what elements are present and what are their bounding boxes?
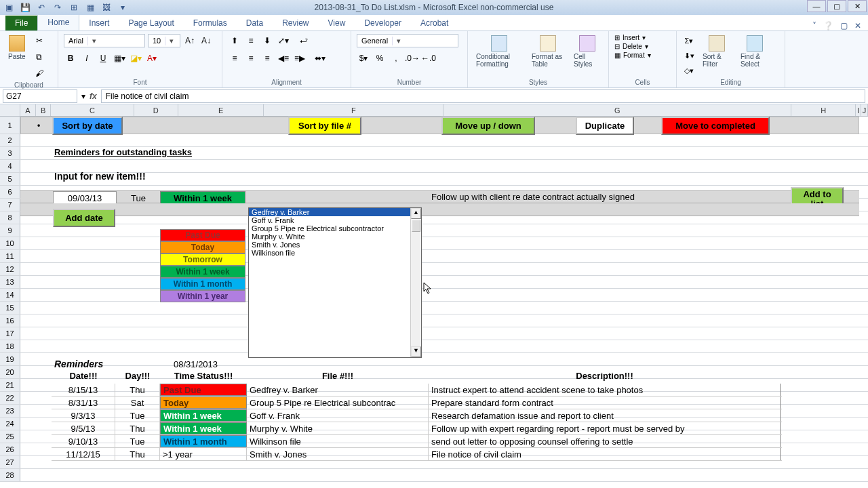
align-left-icon[interactable]: ≡ [228,52,241,65]
fill-icon[interactable]: ⬇▾ [682,49,696,62]
col-header-h[interactable]: H [791,104,856,116]
align-bottom-icon[interactable]: ⬇ [260,34,274,47]
table-row[interactable]: 11/12/15Thu>1 yearSmith v. JonesFile not… [52,448,782,461]
cell-styles-button[interactable]: Cell Styles [571,34,604,69]
format-painter-icon[interactable]: 🖌 [33,66,46,80]
autosum-icon[interactable]: Σ▾ [682,34,696,47]
row-header[interactable]: 6 [0,186,20,198]
qat-icon-1[interactable]: ⊞ [68,1,80,14]
name-box[interactable]: G27 [3,89,77,103]
row-header[interactable]: 23 [0,405,20,417]
cell-date[interactable]: 8/15/13 [52,384,115,396]
conditional-formatting-button[interactable]: Conditional Formatting [473,34,525,69]
cell-status[interactable]: >1 year [160,448,247,460]
cell-day[interactable]: Tue [115,435,160,447]
cell-desc[interactable]: Follow up with expert regarding report -… [429,422,781,434]
table-row[interactable]: 8/31/13SatTodayGroup 5 Pipe re Electrica… [52,396,782,409]
row-header[interactable]: 14 [0,289,20,301]
qat-icon-3[interactable]: 🖼 [100,1,113,14]
cell-date[interactable]: 9/5/13 [52,422,115,434]
col-header-d[interactable]: D [134,104,178,116]
save-icon[interactable]: 💾 [19,1,31,14]
col-header-j[interactable]: J [861,104,868,116]
row-header[interactable]: 9 [0,224,20,237]
tab-home[interactable]: Home [37,14,79,30]
scroll-thumb[interactable] [412,220,420,232]
row-header[interactable]: 20 [0,366,20,378]
move-up-down-button[interactable]: Move up / down [441,117,535,135]
close-button[interactable]: ✕ [848,0,867,12]
cell-date[interactable]: 8/31/13 [52,396,115,409]
ribbon-close-icon[interactable]: ✕ [854,21,861,30]
row-header[interactable]: 4 [0,160,20,172]
cell-file[interactable]: Wilkinson file [247,435,429,447]
row-header[interactable]: 24 [0,418,20,430]
row-header[interactable]: 10 [0,237,20,249]
dropdown-item[interactable]: Group 5 Pipe re Electrical subcontractor [249,224,410,232]
col-header-b[interactable]: B [36,104,51,116]
col-header-e[interactable]: E [178,104,264,116]
cell-desc[interactable]: Instruct expert to attend accident scene… [429,384,781,396]
cell-desc[interactable]: File notice of civil claim [429,448,781,460]
redo-icon[interactable]: ↷ [52,1,64,14]
cell-status[interactable]: Past Due [160,384,247,396]
cell-day[interactable]: Thu [115,448,160,460]
namebox-dropdown-icon[interactable]: ▾ [81,92,85,101]
row-header[interactable]: 27 [0,456,20,468]
cell-status[interactable]: Within 1 week [160,409,247,422]
number-format-combo[interactable]: General▾ [357,34,458,47]
file-dropdown[interactable]: Gedfrey v. BarkerGoff v. FrankGroup 5 Pi… [248,207,422,358]
row-header[interactable]: 15 [0,302,20,314]
dropdown-item[interactable]: Murphy v. White [249,232,410,241]
row-header[interactable]: 21 [0,379,20,391]
sort-by-date-button[interactable]: Sort by date [52,117,123,135]
cell-date[interactable]: 11/12/15 [52,448,115,460]
underline-button[interactable]: U [96,52,110,65]
qat-icon-2[interactable]: ▦ [84,1,96,14]
align-right-icon[interactable]: ≡ [260,52,274,65]
cell-file[interactable]: Group 5 Pipe re Electrical subcontrac [247,396,429,409]
row-header[interactable]: 1 [0,117,20,134]
currency-icon[interactable]: $▾ [357,52,370,65]
comma-icon[interactable]: , [389,52,403,65]
dropdown-item[interactable]: Gedfrey v. Barker [249,208,410,216]
row-header[interactable]: 3 [0,147,20,159]
cell-file[interactable]: Murphy v. White [247,422,429,434]
decrease-decimal-icon[interactable]: ←.0 [422,52,435,65]
table-row[interactable]: 9/3/13TueWithin 1 weekGoff v. FrankResea… [52,409,782,422]
merge-center-icon[interactable]: ⬌▾ [309,52,331,65]
formula-input[interactable]: File notice of civil claim [101,89,865,103]
borders-icon[interactable]: ▦▾ [113,52,126,65]
undo-icon[interactable]: ↶ [35,1,47,14]
row-header[interactable]: 18 [0,340,20,352]
decrease-indent-icon[interactable]: ◀≡ [277,52,290,65]
help-icon[interactable]: ❔ [823,21,833,30]
wrap-text-icon[interactable]: ⮐ [293,34,315,47]
fx-icon[interactable]: fx [90,92,97,101]
duplicate-button[interactable]: Duplicate [576,117,634,135]
tab-insert[interactable]: Insert [79,16,119,30]
row-header[interactable]: 2 [0,134,20,146]
cell-file[interactable]: Gedfrey v. Barker [247,384,429,396]
paste-button[interactable]: Paste [5,34,28,62]
move-to-completed-button[interactable]: Move to completed [661,117,770,135]
table-row[interactable]: 9/5/13ThuWithin 1 weekMurphy v. WhiteFol… [52,422,782,435]
sort-by-file-button[interactable]: Sort by file # [288,117,361,135]
row-header[interactable]: 28 [0,469,20,481]
cell-status[interactable]: Within 1 week [160,422,247,434]
tab-page-layout[interactable]: Page Layout [119,16,183,30]
cell-status[interactable]: Within 1 month [160,435,247,447]
cell-date[interactable]: 9/10/13 [52,435,115,447]
format-cells-button[interactable]: ▦ Format ▾ [614,52,651,59]
cell-desc[interactable]: Research defamation issue and report to … [429,409,781,422]
col-header-a[interactable]: A [20,104,37,116]
sort-filter-button[interactable]: Sort & Filter [700,34,734,69]
row-header[interactable]: 26 [0,443,20,455]
align-center-icon[interactable]: ≡ [244,52,258,65]
format-as-table-button[interactable]: Format as Table [529,34,567,69]
insert-cells-button[interactable]: ⊞ Insert ▾ [614,34,646,41]
row-header[interactable]: 5 [0,173,20,185]
row-header[interactable]: 11 [0,250,20,262]
tab-view[interactable]: View [319,16,355,30]
delete-cells-button[interactable]: ⊟ Delete ▾ [614,43,648,50]
